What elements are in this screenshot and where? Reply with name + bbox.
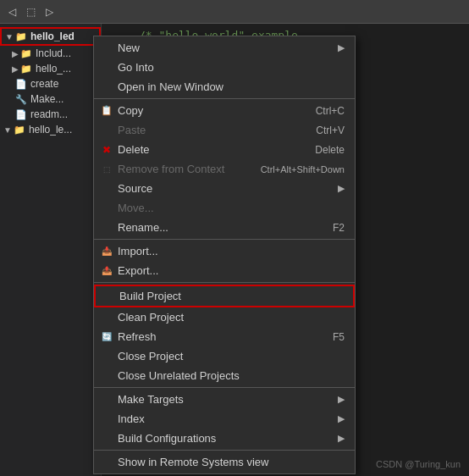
menu-item-copy[interactable]: 📋 Copy Ctrl+C [94,101,355,120]
menu-item-label: Copy [118,104,143,117]
menu-item-label: Show in Remote Systems view [118,456,268,468]
menu-item-label: Clean Project [118,311,184,324]
watermark: CSDN @Turing_kun [376,459,461,469]
tree-item-label: readm... [30,108,68,120]
menu-item-label: Make Targets [118,393,184,406]
folder-icon: 📁 [15,31,27,42]
menu-item-label: Refresh [118,330,157,343]
tree-item-hello-src[interactable]: ▶ 📁 hello_... [0,61,101,76]
menu-item-remove-from-context: ⬚ Remove from Context Ctrl+Alt+Shift+Dow… [94,159,355,179]
menu-item-label: New [118,42,140,54]
menu-item-build-project[interactable]: Build Project [94,285,355,307]
submenu-arrow: ▶ [338,183,345,194]
tree-item-hello-led-root[interactable]: ▼ 📁 hello_led [0,27,101,46]
menu-item-delete[interactable]: ✖ Delete Delete [94,140,355,159]
separator-1 [94,98,355,99]
menu-item-label: Build Configurations [118,432,216,445]
file-tree: ▼ 📁 hello_led ▶ 📁 Includ... ▶ 📁 hello_..… [0,24,102,476]
remove-icon: ⬚ [99,165,114,174]
refresh-icon: 🔄 [99,332,114,341]
menu-item-show-remote-systems[interactable]: Show in Remote Systems view [94,452,355,472]
shortcut-paste: Ctrl+V [299,125,345,136]
menu-item-build-configurations[interactable]: Build Configurations ▶ [94,429,355,448]
menu-item-label: Go Into [118,61,154,74]
tree-item-readme[interactable]: 📄 readm... [0,107,101,122]
separator-4 [94,387,355,388]
menu-item-export[interactable]: 📤 Export... [94,261,355,280]
shortcut-refresh: F5 [316,331,345,343]
menu-item-label: Remove from Context [118,163,224,175]
file-icon: 📄 [15,79,27,90]
menu-item-make-targets[interactable]: Make Targets ▶ [94,390,355,409]
toolbar: ◁ ⬚ ▷ [0,0,469,24]
tree-item-label: create [30,78,58,90]
tree-item-label: Make... [30,93,63,105]
menu-item-import[interactable]: 📥 Import... [94,241,355,261]
shortcut-remove: Ctrl+Alt+Shift+Down [244,164,345,174]
menu-item-label: Close Unrelated Projects [118,369,240,382]
menu-item-close-unrelated[interactable]: Close Unrelated Projects [94,366,355,385]
export-icon: 📤 [99,266,114,275]
menu-item-label: Source [118,182,152,195]
separator-2 [94,239,355,240]
tree-item-label: hello_... [36,63,71,75]
tree-arrow: ▼ [5,32,14,42]
menu-item-label: Delete [118,143,150,156]
menu-item-paste: Paste Ctrl+V [94,120,355,140]
toolbar-icon-1[interactable]: ◁ [3,3,20,20]
menu-item-close-project[interactable]: Close Project [94,346,355,366]
folder-icon: 📁 [20,48,32,59]
menu-item-new[interactable]: New ▶ [94,38,355,58]
tree-arrow: ▶ [12,49,19,58]
menu-item-label: Export... [118,264,158,277]
shortcut-rename: F2 [316,222,345,234]
tree-arrow: ▼ [3,125,12,135]
tree-item-hello-led-2[interactable]: ▼ 📁 hello_le... [0,122,101,137]
menu-item-label: Close Project [118,350,183,363]
menu-item-label: Index [118,412,145,425]
separator-5 [94,450,355,451]
context-menu: New ▶ Go Into Open in New Window 📋 Copy … [93,36,356,474]
submenu-arrow: ▶ [338,413,345,424]
menu-item-label: Move... [118,202,154,214]
tree-item-label: hello_le... [29,124,72,136]
folder-icon: 📁 [14,125,25,136]
menu-item-open-new-window[interactable]: Open in New Window [94,77,355,97]
menu-item-source[interactable]: Source ▶ [94,179,355,198]
copy-icon: 📋 [99,105,114,116]
menu-item-clean-project[interactable]: Clean Project [94,307,355,327]
menu-item-move: Move... [94,198,355,218]
toolbar-icon-2[interactable]: ⬚ [22,3,39,20]
tree-item-label: hello_led [30,30,74,42]
menu-item-refresh[interactable]: 🔄 Refresh F5 [94,327,355,346]
file-icon: 📄 [15,109,27,120]
tree-item-includes[interactable]: ▶ 📁 Includ... [0,46,101,61]
menu-item-go-into[interactable]: Go Into [94,58,355,77]
menu-item-label: Open in New Window [118,80,223,93]
submenu-arrow: ▶ [338,42,345,53]
shortcut-delete: Delete [298,144,345,156]
separator-3 [94,282,355,283]
menu-item-label: Import... [118,245,158,257]
folder-icon: 📁 [20,64,32,75]
toolbar-icon-3[interactable]: ▷ [41,3,58,20]
tree-item-makefile[interactable]: 🔧 Make... [0,91,101,107]
submenu-arrow: ▶ [338,394,345,405]
menu-item-index[interactable]: Index ▶ [94,409,355,429]
import-icon: 📥 [99,246,114,256]
submenu-arrow: ▶ [338,433,345,444]
makefile-icon: 🔧 [15,94,27,105]
menu-item-label: Build Project [119,290,181,302]
delete-icon: ✖ [99,144,114,156]
tree-arrow: ▶ [12,64,19,74]
menu-item-rename[interactable]: Rename... F2 [94,218,355,237]
tree-item-create[interactable]: 📄 create [0,76,101,91]
shortcut-copy: Ctrl+C [299,105,345,117]
menu-item-label: Paste [118,124,146,136]
menu-item-label: Rename... [118,221,168,234]
tree-item-label: Includ... [36,47,71,59]
